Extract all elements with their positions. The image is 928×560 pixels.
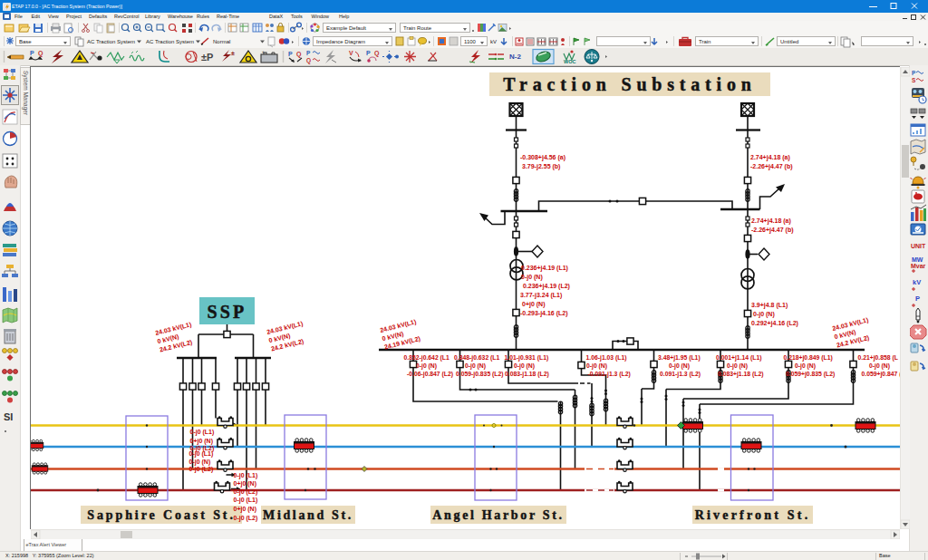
svg-text:Traction Substation: Traction Substation [503,74,756,94]
svg-text:3.77-j3.24 (L1): 3.77-j3.24 (L1) [520,292,562,299]
svg-text:Q: Q [306,57,311,64]
svg-text:0.848-j0.632 (L1: 0.848-j0.632 (L1 [454,354,499,362]
svg-text:0.292+j4.16 (L2): 0.292+j4.16 (L2) [751,320,798,327]
svg-text:SSP: SSP [207,302,246,322]
svg-text:0+j0 (N): 0+j0 (N) [234,480,256,488]
svg-text:0-j0 (N): 0-j0 (N) [795,362,816,370]
svg-text:0.236+j4.19 (L1): 0.236+j4.19 (L1) [521,265,568,272]
svg-text:0-j0 (N): 0-j0 (N) [189,459,211,466]
svg-text:±: ± [231,50,235,56]
svg-text:P: P [915,294,920,303]
svg-text:V: V [349,50,353,56]
svg-text:+ -: + - [262,49,267,54]
svg-text:0-j0 (L1): 0-j0 (L1) [234,497,258,504]
svg-text:-0.293-j4.16 (L2): -0.293-j4.16 (L2) [520,310,568,317]
svg-text:UNIT: UNIT [911,243,926,249]
svg-text:0.852-j0.642 (L1: 0.852-j0.642 (L1 [404,354,450,362]
svg-text:kV: kV [490,39,497,44]
svg-text:2.74+j4.18 (a): 2.74+j4.18 (a) [751,217,791,225]
svg-text:0-j0 (N): 0-j0 (N) [669,362,690,370]
svg-text:Sapphire Coast St.: Sapphire Coast St. [87,508,236,522]
svg-text:-0.308+j4.56 (a): -0.308+j4.56 (a) [520,154,566,161]
svg-text:0.001+j1.14 (L1): 0.001+j1.14 (L1) [716,354,761,362]
svg-text:MW: MW [912,256,923,263]
svg-text:0-j0 (N): 0-j0 (N) [416,362,437,370]
svg-text:3.9+j4.8 (L1): 3.9+j4.8 (L1) [751,302,788,309]
svg-text:0-j0 (L1): 0-j0 (L1) [189,450,214,458]
svg-text:kV: kV [913,278,921,286]
svg-text:-2.26+j4.47 (b): -2.26+j4.47 (b) [751,227,794,234]
svg-text:-0.091-j1.3 (L2): -0.091-j1.3 (L2) [588,371,631,378]
svg-text:N-2: N-2 [509,53,521,61]
svg-text:0+j0 (N): 0+j0 (N) [522,301,545,308]
svg-text:Mvar: Mvar [911,263,926,269]
svg-text:0.083+j1.18 (L2): 0.083+j1.18 (L2) [718,371,763,378]
svg-text:0-j0 (L1): 0-j0 (L1) [234,472,258,479]
svg-text:0-j0 (L1): 0-j0 (L1) [190,429,215,436]
svg-text:1.06-j1.03 (L1): 1.06-j1.03 (L1) [586,354,627,362]
svg-text:0-j0 (N): 0-j0 (N) [521,274,543,281]
svg-text:0-j0 (L2): 0-j0 (L2) [234,488,258,496]
svg-text:Riverfront St.: Riverfront St. [695,508,811,522]
svg-text:0+j0 (N): 0+j0 (N) [234,506,256,513]
svg-text:0-j0 (N): 0-j0 (N) [753,311,775,318]
svg-text:1.01-j0.931 (L1): 1.01-j0.931 (L1) [505,354,549,362]
svg-text:0-j0 (L2): 0-j0 (L2) [234,515,258,522]
svg-text:-0.06-j0.847 (L2): -0.06-j0.847 (L2) [407,371,453,378]
svg-text:0.21+j0.858 (L: 0.21+j0.858 (L [858,354,898,362]
svg-text:WOC: WOC [564,59,575,64]
svg-text:Midland St.: Midland St. [263,508,353,522]
svg-text:0.059-j0.835 (L2): 0.059-j0.835 (L2) [456,371,504,378]
svg-text:0-j0 (L2): 0-j0 (L2) [189,466,214,473]
svg-text:Q: Q [38,50,44,57]
svg-text:2.74+j4.18 (a): 2.74+j4.18 (a) [750,154,790,161]
svg-text:0.083-j1.18 (L2): 0.083-j1.18 (L2) [505,371,549,378]
svg-text:P: P [306,50,311,56]
svg-text:0.059+j0.835 (L2): 0.059+j0.835 (L2) [786,371,835,378]
svg-text:0+j0 (N): 0+j0 (N) [190,438,213,445]
svg-text:Normal: Normal [213,39,230,44]
svg-text:0-j0 (N): 0-j0 (N) [465,362,486,370]
svg-text:AC Traction System: AC Traction System [87,39,135,44]
svg-text:0.059+j0.847 (: 0.059+j0.847 ( [862,371,901,378]
svg-text:0.218+j0.849 (L1): 0.218+j0.849 (L1) [784,354,833,362]
svg-text:0-j0 (N): 0-j0 (N) [586,362,607,370]
svg-text:0-j0 (N): 0-j0 (N) [514,362,535,370]
svg-text:3.48+j1.95 (L1): 3.48+j1.95 (L1) [658,354,701,362]
svg-text:P: P [288,51,293,57]
svg-text:0-j0 (N): 0-j0 (N) [869,362,890,370]
svg-text:P: P [30,50,34,56]
svg-text:±P: ±P [201,52,213,63]
svg-text:0-j0 (N): 0-j0 (N) [727,362,748,370]
svg-text:Q: Q [374,50,380,57]
svg-text:Q: Q [296,51,302,58]
svg-text:0.091-j1.3 (L2): 0.091-j1.3 (L2) [660,371,701,378]
svg-text:Angel Harbor St.: Angel Harbor St. [432,508,564,522]
svg-text:3.79-j2.55 (b): 3.79-j2.55 (b) [522,163,560,170]
svg-text:P: P [912,70,916,76]
svg-text:AC Traction System: AC Traction System [146,39,194,44]
svg-text:0.236+j4.19 (L2): 0.236+j4.19 (L2) [523,283,570,290]
svg-text:SI: SI [4,411,13,422]
svg-text:S: S [912,77,916,83]
svg-text:P: P [366,50,371,56]
svg-text:-2.26+j4.47 (b): -2.26+j4.47 (b) [750,163,793,170]
